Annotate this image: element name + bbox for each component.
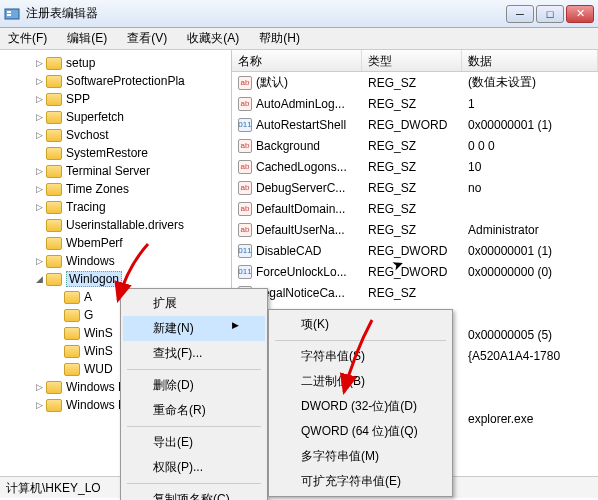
context-menu-item[interactable]: 复制项名称(C)	[123, 487, 265, 500]
context-menu-item[interactable]: DWORD (32-位)值(D)	[271, 394, 450, 419]
menu-item-label: 权限(P)...	[153, 459, 203, 476]
tree-arrow-icon: ▷	[36, 94, 46, 104]
context-menu-item[interactable]: 导出(E)	[123, 430, 265, 455]
list-row[interactable]: abDefaultDomain...REG_SZ	[232, 198, 598, 219]
menu-item-label: 导出(E)	[153, 434, 193, 451]
menu-item-label: 项(K)	[301, 316, 329, 333]
value-data: 0 0 0	[462, 139, 598, 153]
folder-icon	[46, 183, 62, 196]
tree-item[interactable]: ▷Tracing	[0, 198, 231, 216]
folder-icon	[46, 255, 62, 268]
tree-label: Time Zones	[66, 182, 129, 196]
list-row[interactable]: abAutoAdminLog...REG_SZ1	[232, 93, 598, 114]
list-row[interactable]: abBackgroundREG_SZ0 0 0	[232, 135, 598, 156]
tree-item[interactable]: ◢Winlogon	[0, 270, 231, 288]
value-type-icon: 011	[238, 265, 252, 279]
context-menu-item[interactable]: 重命名(R)	[123, 398, 265, 423]
value-type: REG_DWORD	[362, 118, 462, 132]
tree-item[interactable]: ▷Superfetch	[0, 108, 231, 126]
menu-item-label: 扩展	[153, 295, 177, 312]
context-menu-item[interactable]: 扩展	[123, 291, 265, 316]
value-name: (默认)	[256, 74, 288, 91]
tree-arrow-icon: ▷	[36, 112, 46, 122]
context-menu-item[interactable]: 二进制值(B)	[271, 369, 450, 394]
tree-arrow-icon: ◢	[36, 274, 46, 284]
menu-item-label: 新建(N)	[153, 320, 194, 337]
tree-label: Windows	[66, 254, 115, 268]
list-row[interactable]: ab(默认)REG_SZ(数值未设置)	[232, 72, 598, 93]
tree-item[interactable]: ▷Windows	[0, 252, 231, 270]
tree-arrow-icon: ▷	[36, 202, 46, 212]
value-name: DefaultUserNa...	[256, 223, 345, 237]
value-type-icon: ab	[238, 202, 252, 216]
maximize-button[interactable]: □	[536, 5, 564, 23]
svg-rect-1	[7, 11, 11, 13]
context-menu-item[interactable]: 查找(F)...	[123, 341, 265, 366]
list-row[interactable]: abLegalNoticeCa...REG_SZ	[232, 282, 598, 303]
context-menu-item[interactable]: 字符串值(S)	[271, 344, 450, 369]
folder-icon	[64, 291, 80, 304]
context-menu-item[interactable]: 删除(D)	[123, 373, 265, 398]
tree-arrow-icon: ▷	[36, 256, 46, 266]
tree-item[interactable]: Userinstallable.drivers	[0, 216, 231, 234]
list-row[interactable]: abDebugServerC...REG_SZno	[232, 177, 598, 198]
minimize-button[interactable]: ─	[506, 5, 534, 23]
menu-file[interactable]: 文件(F)	[4, 28, 51, 49]
value-type-icon: ab	[238, 76, 252, 90]
value-type: REG_DWORD	[362, 265, 462, 279]
tree-label: WinS	[84, 344, 113, 358]
tree-item[interactable]: ▷SPP	[0, 90, 231, 108]
value-type: REG_SZ	[362, 160, 462, 174]
menu-item-label: 重命名(R)	[153, 402, 206, 419]
menu-view[interactable]: 查看(V)	[123, 28, 171, 49]
col-header-name[interactable]: 名称	[232, 50, 362, 71]
menu-help[interactable]: 帮助(H)	[255, 28, 304, 49]
tree-label: G	[84, 308, 93, 322]
menu-item-label: DWORD (32-位)值(D)	[301, 398, 417, 415]
tree-item[interactable]: WbemPerf	[0, 234, 231, 252]
value-name: DefaultDomain...	[256, 202, 345, 216]
value-type: REG_SZ	[362, 76, 462, 90]
list-row[interactable]: abCachedLogons...REG_SZ10	[232, 156, 598, 177]
menu-item-label: 多字符串值(M)	[301, 448, 379, 465]
tree-label: Winlogon	[66, 271, 122, 287]
folder-icon	[46, 399, 62, 412]
close-button[interactable]: ✕	[566, 5, 594, 23]
tree-item[interactable]: ▷Terminal Server	[0, 162, 231, 180]
col-header-data[interactable]: 数据	[462, 50, 598, 71]
value-type: REG_SZ	[362, 139, 462, 153]
tree-label: A	[84, 290, 92, 304]
value-type: REG_DWORD	[362, 244, 462, 258]
context-menu-item[interactable]: 新建(N)▶	[123, 316, 265, 341]
tree-item[interactable]: ▷SoftwareProtectionPla	[0, 72, 231, 90]
tree-item[interactable]: ▷Svchost	[0, 126, 231, 144]
tree-label: WbemPerf	[66, 236, 123, 250]
tree-label: SoftwareProtectionPla	[66, 74, 185, 88]
col-header-type[interactable]: 类型	[362, 50, 462, 71]
list-row[interactable]: 011DisableCADREG_DWORD0x00000001 (1)	[232, 240, 598, 261]
context-menu-item[interactable]: QWORD (64 位)值(Q)	[271, 419, 450, 444]
menu-edit[interactable]: 编辑(E)	[63, 28, 111, 49]
list-row[interactable]: abDefaultUserNa...REG_SZAdministrator	[232, 219, 598, 240]
value-type-icon: 011	[238, 244, 252, 258]
status-path: 计算机\HKEY_LO	[6, 481, 101, 495]
menu-item-label: 复制项名称(C)	[153, 491, 230, 500]
folder-icon	[46, 111, 62, 124]
value-data: 10	[462, 160, 598, 174]
folder-icon	[46, 237, 62, 250]
context-menu-item[interactable]: 项(K)	[271, 312, 450, 337]
tree-item[interactable]: SystemRestore	[0, 144, 231, 162]
tree-label: SystemRestore	[66, 146, 148, 160]
list-row[interactable]: 011AutoRestartShellREG_DWORD0x00000001 (…	[232, 114, 598, 135]
context-menu-item[interactable]: 权限(P)...	[123, 455, 265, 480]
context-menu-item[interactable]: 可扩充字符串值(E)	[271, 469, 450, 494]
value-data: {A520A1A4-1780	[462, 349, 598, 363]
tree-item[interactable]: ▷setup	[0, 54, 231, 72]
folder-icon	[64, 309, 80, 322]
folder-icon	[46, 129, 62, 142]
tree-item[interactable]: ▷Time Zones	[0, 180, 231, 198]
menu-favorites[interactable]: 收藏夹(A)	[183, 28, 243, 49]
list-row[interactable]: 011ForceUnlockLo...REG_DWORD0x00000000 (…	[232, 261, 598, 282]
tree-label: Windows P	[66, 398, 126, 412]
context-menu-item[interactable]: 多字符串值(M)	[271, 444, 450, 469]
